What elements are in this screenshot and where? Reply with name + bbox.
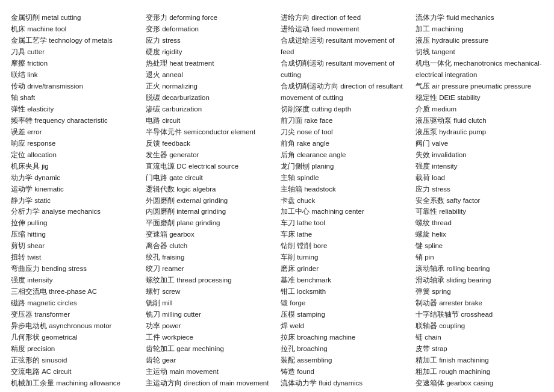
list-item: 变压器 transformer: [11, 309, 138, 320]
term-chinese: 合成切削运动方向: [281, 82, 340, 90]
list-item: 主轴箱 headstock: [281, 184, 408, 195]
term-english: lathe: [297, 231, 312, 238]
term-chinese: 变形: [146, 25, 162, 33]
term-chinese: 拉孔: [281, 345, 297, 352]
term-english: gear: [162, 356, 176, 364]
list-item: 齿轮加工 gear mechining: [146, 343, 273, 355]
term-chinese: 摩擦: [11, 60, 27, 67]
term-chinese: 齿轮加工: [146, 345, 176, 352]
term-english: power: [162, 322, 181, 329]
list-item: 滚动轴承 rolling bearing: [416, 263, 543, 275]
term-english: drive/transmission: [27, 82, 83, 90]
term-english: shear: [27, 242, 45, 249]
list-item: 失效 invalidation: [416, 149, 543, 161]
term-english: rake angle: [297, 140, 329, 147]
term-english: clutch: [169, 242, 187, 249]
term-chinese: 进给方向: [281, 14, 311, 21]
term-english: planing: [311, 163, 334, 170]
term-chinese: 逻辑代数: [146, 185, 176, 193]
list-item: 几何形状 geometrical: [11, 332, 138, 343]
term-chinese: 键: [416, 242, 425, 249]
term-chinese: 卡盘: [281, 197, 297, 204]
list-item: 变速箱 gearbox: [146, 229, 273, 240]
list-item: 机械加工余量 machining allowance: [11, 378, 138, 389]
list-item: 机床夹具 jig: [11, 161, 138, 172]
term-english: broaching: [297, 345, 328, 352]
term-chinese: 交流电路: [11, 368, 42, 375]
list-item: 加工中心 machining center: [281, 206, 408, 217]
term-chinese: 压模: [281, 311, 297, 318]
list-item: 车床 lathe: [281, 229, 408, 240]
list-item: 螺钉 screw: [146, 286, 273, 297]
term-english: feed movement: [311, 25, 359, 33]
term-english: headstock: [304, 185, 335, 193]
term-chinese: 正火: [146, 82, 162, 90]
term-chinese: 主轴箱: [281, 185, 304, 193]
list-item: 交流电路 AC circuit: [11, 366, 138, 378]
list-item: 阀门 valve: [416, 138, 543, 149]
list-item: 绞刀 reamer: [146, 263, 273, 275]
list-item: 发生器 generator: [146, 149, 273, 161]
list-item: 半导体元件 semiconductor element: [146, 126, 273, 138]
term-english: deformation: [162, 25, 199, 33]
term-english: shaft: [20, 94, 35, 101]
term-english: machining center: [311, 208, 364, 215]
term-chinese: 车削: [281, 254, 297, 261]
term-chinese: 螺纹加工: [146, 276, 176, 284]
term-chinese: 安全系数: [416, 197, 446, 204]
term-english: heat treatment: [169, 60, 214, 67]
term-chinese: 弹性: [11, 105, 27, 113]
term-english: chuck: [297, 197, 315, 204]
term-english: analyse mechanics: [42, 208, 101, 215]
list-item: 前刀面 rake face: [281, 115, 408, 126]
list-item: 正弦形的 sinusoid: [11, 355, 138, 366]
list-item: 主运动方向 direction of main movement: [146, 378, 273, 389]
list-item: 动力学 dynamic: [11, 172, 138, 184]
term-english: rough machining: [439, 368, 490, 375]
list-item: 卡盘 chuck: [281, 195, 408, 207]
list-item: 变形力 deforming force: [146, 12, 273, 23]
term-english: screw: [162, 288, 180, 295]
list-item: 压缩 hitting: [11, 229, 138, 240]
term-chinese: 切削深度: [281, 105, 311, 113]
term-english: anneal: [162, 71, 183, 78]
list-item: 逻辑代数 logic algebra: [146, 184, 273, 195]
term-english: invalidation: [432, 151, 467, 158]
term-chinese: 主轴: [281, 174, 297, 181]
term-english: rolling bearing: [446, 265, 490, 272]
list-item: 离合器 clutch: [146, 240, 273, 252]
list-item: 脱碳 decarburization: [146, 92, 273, 104]
term-english: external grinding: [176, 197, 228, 204]
list-item: 应力 stress: [146, 35, 273, 46]
list-item: 静力学 static: [11, 195, 138, 207]
list-item: 渗碳 carburization: [146, 104, 273, 115]
term-chinese: 应力: [416, 185, 432, 193]
term-english: safty factor: [446, 197, 480, 204]
term-chinese: 螺纹: [416, 219, 432, 226]
term-english: rigidity: [162, 48, 182, 55]
term-chinese: 十字结联轴节: [416, 311, 461, 318]
term-english: clearance angle: [297, 151, 346, 158]
term-chinese: 铸造: [281, 368, 297, 375]
term-chinese: 稳定性: [416, 94, 439, 101]
list-item: 轴 shaft: [11, 92, 138, 104]
list-item: 响应 response: [11, 138, 138, 149]
column-2: 进给方向 direction of feed进给运动 feed movement…: [277, 12, 412, 389]
term-english: internal grinding: [176, 208, 226, 215]
term-english: link: [27, 71, 37, 78]
term-chinese: 分析力学: [11, 208, 42, 215]
list-item: 分析力学 analyse mechanics: [11, 206, 138, 217]
term-english: intensity: [27, 276, 52, 284]
term-chinese: 绞刀: [146, 265, 162, 272]
list-item: 功率 power: [146, 320, 273, 332]
term-english: circuit: [162, 117, 180, 124]
term-english: main movement: [169, 368, 219, 375]
term-english: jig: [42, 163, 49, 170]
term-english: milling cutter: [162, 311, 201, 318]
list-item: 频率特 frequency characteristic: [11, 115, 138, 126]
list-item: 安全系数 safty factor: [416, 195, 543, 207]
list-item: 后角 clearance angle: [281, 149, 408, 161]
term-english: workpiece: [162, 334, 193, 341]
term-english: fraising: [162, 254, 184, 261]
list-item: 铣刀 milling cutter: [146, 309, 273, 320]
